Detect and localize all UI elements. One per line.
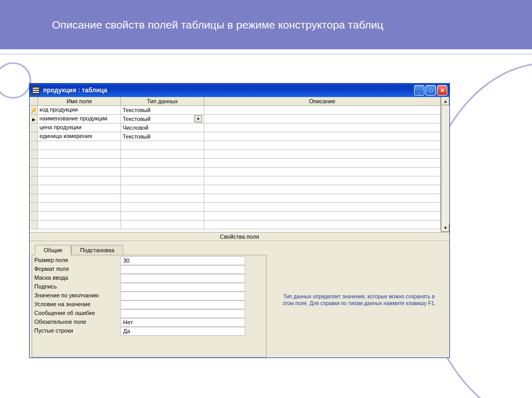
property-value[interactable]: Нет [121, 318, 245, 327]
primary-key-icon [31, 107, 36, 113]
property-value[interactable] [121, 265, 245, 274]
row-selector[interactable] [30, 150, 38, 159]
field-type-cell[interactable]: Текстовый [121, 132, 204, 141]
row-selector[interactable] [30, 203, 38, 212]
field-type-cell[interactable] [121, 159, 204, 168]
table-row[interactable] [30, 203, 441, 212]
row-selector[interactable] [30, 123, 38, 132]
table-row[interactable]: единица измеренияТекстовый [30, 132, 441, 141]
property-value[interactable]: 30 [121, 256, 245, 265]
field-type-cell[interactable]: Числовой [121, 123, 204, 132]
col-header-name[interactable]: Имя поля [38, 97, 121, 106]
row-selector[interactable] [30, 141, 38, 150]
table-row[interactable] [30, 168, 441, 176]
field-desc-cell[interactable] [204, 203, 441, 212]
tab-lookup[interactable]: Подстановка [71, 245, 123, 255]
field-desc-cell[interactable] [204, 106, 441, 115]
scroll-down-button[interactable]: ▼ [442, 224, 449, 232]
field-type-cell[interactable] [121, 212, 204, 221]
row-selector[interactable] [30, 159, 38, 168]
field-type-cell[interactable] [121, 168, 204, 176]
window-title: продукция : таблица [43, 87, 414, 94]
field-name-cell[interactable] [38, 185, 121, 194]
property-value[interactable] [121, 274, 245, 283]
minimize-button[interactable]: _ [414, 85, 424, 95]
row-selector[interactable] [30, 194, 38, 203]
property-label: Сообщение об ошибке [32, 309, 121, 318]
property-value[interactable] [121, 309, 245, 318]
field-type-cell[interactable] [121, 185, 204, 194]
field-desc-cell[interactable] [204, 176, 441, 185]
table-row[interactable] [30, 212, 441, 221]
field-desc-cell[interactable] [204, 212, 441, 221]
row-selector[interactable] [30, 212, 38, 221]
table-row[interactable]: наименование продукцииТекстовый▼ [30, 115, 441, 123]
table-row[interactable] [30, 221, 441, 229]
field-desc-cell[interactable] [204, 150, 441, 159]
fields-grid[interactable]: Имя поля Тип данных Описание код продукц… [30, 97, 441, 232]
field-name-cell[interactable] [38, 203, 121, 212]
field-name-cell[interactable] [38, 212, 121, 221]
field-name-cell[interactable] [38, 150, 121, 159]
row-selector[interactable] [30, 185, 38, 194]
row-selector[interactable] [30, 221, 38, 229]
field-name-cell[interactable] [38, 176, 121, 185]
selector-header [30, 97, 38, 106]
row-selector[interactable] [30, 176, 38, 185]
field-type-cell[interactable] [121, 221, 204, 229]
field-desc-cell[interactable] [204, 168, 441, 176]
field-name-cell[interactable] [38, 141, 121, 150]
field-desc-cell[interactable] [204, 185, 441, 194]
field-name-cell[interactable] [38, 194, 121, 203]
field-type-cell[interactable]: Текстовый [121, 106, 204, 115]
field-desc-cell[interactable] [204, 132, 441, 141]
table-row[interactable] [30, 185, 441, 194]
row-selector[interactable] [30, 115, 38, 123]
property-label: Условие на значение [32, 300, 121, 309]
type-dropdown-button[interactable]: ▼ [194, 115, 202, 122]
table-row[interactable]: цена продукцииЧисловой [30, 123, 441, 132]
property-value[interactable] [121, 283, 245, 292]
field-type-cell[interactable] [121, 203, 204, 212]
field-desc-cell[interactable] [204, 123, 441, 132]
field-name-cell[interactable] [38, 221, 121, 229]
table-row[interactable] [30, 159, 441, 168]
field-type-cell[interactable] [121, 150, 204, 159]
field-desc-cell[interactable] [204, 115, 441, 123]
field-type-cell[interactable]: Текстовый▼ [121, 115, 204, 123]
field-desc-cell[interactable] [204, 159, 441, 168]
table-row[interactable] [30, 194, 441, 203]
scroll-track[interactable] [442, 105, 449, 224]
table-row[interactable]: код продукцииТекстовый [30, 106, 441, 115]
col-header-type[interactable]: Тип данных [121, 97, 204, 106]
field-name-cell[interactable]: единица измерения [38, 132, 121, 141]
tab-general[interactable]: Общие [35, 245, 71, 255]
field-desc-cell[interactable] [204, 221, 441, 229]
col-header-desc[interactable]: Описание [204, 97, 441, 106]
field-type-cell[interactable] [121, 176, 204, 185]
row-selector[interactable] [30, 106, 38, 115]
row-selector[interactable] [30, 132, 38, 141]
maximize-button[interactable]: □ [425, 85, 436, 95]
field-name-cell[interactable] [38, 159, 121, 168]
field-name-cell[interactable]: цена продукции [38, 123, 121, 132]
field-type-cell[interactable] [121, 141, 204, 150]
table-row[interactable] [30, 150, 441, 159]
property-row: Условие на значение [32, 300, 266, 309]
property-value[interactable]: Да [121, 327, 245, 336]
field-name-cell[interactable]: наименование продукции [38, 115, 121, 123]
field-desc-cell[interactable] [204, 141, 441, 150]
current-row-icon [32, 116, 35, 122]
field-type-cell[interactable] [121, 194, 204, 203]
table-row[interactable] [30, 141, 441, 150]
close-button[interactable]: ✕ [437, 85, 447, 95]
property-value[interactable] [121, 300, 245, 309]
property-value[interactable] [121, 292, 245, 300]
vertical-scrollbar[interactable]: ▲ ▼ [441, 97, 449, 232]
field-name-cell[interactable] [38, 168, 121, 176]
scroll-up-button[interactable]: ▲ [442, 97, 449, 105]
row-selector[interactable] [30, 168, 38, 176]
field-name-cell[interactable]: код продукции [38, 106, 121, 115]
table-row[interactable] [30, 176, 441, 185]
field-desc-cell[interactable] [204, 194, 441, 203]
